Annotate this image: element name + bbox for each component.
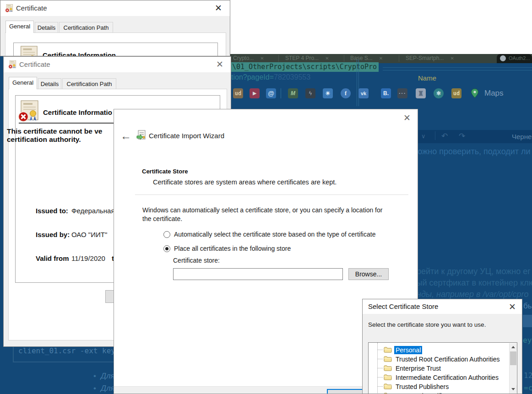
highlight-band [523,315,532,327]
browser-profile-area[interactable]: OAuth2... [497,54,532,63]
folder-icon [384,392,392,394]
tree-item-label[interactable]: Intermediate Certification Authorities [394,373,500,382]
mail-icon[interactable]: @ [266,88,276,98]
undo-icon[interactable]: ↶ [441,131,448,141]
intro-line-2: the certificate. [142,215,382,223]
folder-icon [384,346,392,353]
scroll-down-icon [511,388,515,390]
tree-item-trusted-root[interactable]: Trusted Root Certification Authorities [369,355,506,364]
vk-icon[interactable]: vk [358,88,369,98]
ud-icon[interactable]: ud [233,88,243,98]
tab-certification-path[interactable]: Certification Path [59,22,113,33]
tree-item-label[interactable]: Enterprise Trust [394,364,442,372]
tab-general[interactable]: General [9,77,37,89]
radio-automatic-label[interactable]: Automatically select the certificate sto… [174,231,375,238]
maps-label[interactable]: Maps [484,89,504,98]
tab-label: Details [38,24,56,31]
window-title: Select Certificate Store [368,302,438,310]
back-arrow-icon[interactable]: ← [120,130,131,142]
tree-item-label[interactable]: Trusted Root Certification Authorities [394,355,501,363]
close-icon[interactable]: ✕ [216,60,223,69]
plug-icon[interactable]: ϟ [305,88,315,98]
tree-item-trusted-publishers[interactable]: Trusted Publishers [369,382,506,391]
browser-tab-label: SEP-Smartph... [406,55,444,61]
section-description: Certificate stores are system areas wher… [153,178,337,186]
tab-close-icon[interactable]: ✕ [450,56,454,61]
error-line-2: certification authority. [7,135,102,144]
tree-item-untrusted[interactable]: Untrusted Certificates [369,391,506,394]
maps-pin-icon[interactable] [470,88,480,98]
tab-label: Details [41,81,59,87]
tab-details[interactable]: Details [38,78,61,89]
intro-line-1: Windows can automatically select a certi… [142,206,382,215]
certificate-error-text: This certificate cannot be ve certificat… [7,127,102,144]
error-line-1: This certificate cannot be ve [7,127,102,135]
close-icon[interactable]: ✕ [215,4,222,12]
radio-place-all-label[interactable]: Place all certificates in the following … [174,245,291,252]
titlebar[interactable]: Certificate ✕ [0,0,230,16]
terminal-icon[interactable]: ··· [397,88,407,98]
tree-item-label[interactable]: Personal [394,346,422,354]
titlebar[interactable]: Certificate ✕ [4,57,231,72]
url-fragment-text: tion?pageId= [231,73,274,81]
tree-line [378,386,383,387]
tab-details[interactable]: Details [35,22,58,33]
page-url-fragment: tion?pageId=782039553 [231,73,310,81]
radio-place-all-store[interactable] [163,245,170,252]
browser-tab[interactable]: Crypto...✕ [233,55,264,61]
scrollbar-thumb[interactable] [510,351,516,365]
tab-general[interactable]: General [5,21,34,33]
tree-item-label[interactable]: Trusted Publishers [394,383,450,391]
certificate-info-heading: Certificate Information [43,51,116,56]
browser-tab[interactable]: SEP-Smartph...✕ [406,55,454,61]
tab-certification-path[interactable]: Certification Path [62,78,116,89]
scroll-up-button[interactable] [510,343,517,351]
paw-icon[interactable]: ✱ [434,88,444,98]
close-icon[interactable]: ✕ [403,113,411,122]
close-icon[interactable]: ✕ [509,302,516,311]
valid-from-label: Valid from [36,254,69,262]
titlebar[interactable]: Select Certificate Store ✕ [363,299,522,314]
divider [135,194,408,195]
facebook-icon[interactable]: f [341,88,351,98]
tree-item-intermediate[interactable]: Intermediate Certification Authorities [369,373,506,382]
edge-text: бы [523,302,532,311]
tower-icon[interactable]: ♜ [416,88,426,98]
table-header-name: Name [418,74,436,82]
browser-tab[interactable]: STEP 4 Pro...✕ [285,55,329,61]
tab-label: Certification Path [64,24,109,31]
browser-tab-bar: Crypto...✕ STEP 4 Pro...✕ Base S...✕ SEP… [230,54,532,63]
bullet-text: Для [101,384,115,393]
redo-icon[interactable]: ↷ [459,131,465,141]
issued-by-label: Issued by: [36,231,70,238]
folder-icon [384,383,392,389]
tab-close-icon[interactable]: ✕ [325,56,329,61]
bookmarks-bar: ud ▶ @ M ϟ ☀ f vk B. ··· ♜ ✱ ud Maps [231,88,532,99]
tree-item-enterprise-trust[interactable]: Enterprise Trust [369,364,506,373]
window-title: Certificate [16,4,47,12]
tab-close-icon[interactable]: ✕ [379,56,383,61]
radio-automatic-store[interactable] [163,231,170,238]
tab-close-icon[interactable]: ✕ [260,56,264,61]
page-text-line: анды, например в /var/opt/cpro [412,290,529,299]
scrollbar[interactable] [509,343,516,394]
ud2-icon[interactable]: ud [451,88,461,98]
tree-item-label[interactable]: Untrusted Certificates [394,392,459,394]
scroll-down-button[interactable] [510,385,517,393]
tree-item-personal[interactable]: Personal [369,345,506,355]
sun-icon[interactable]: ☀ [323,88,333,98]
certificate-store-tree[interactable]: Personal Trusted Root Certification Auth… [368,342,517,394]
youtube-icon[interactable]: ▶ [250,88,260,98]
bitrix-icon[interactable]: B. [381,88,391,98]
chevron-down-icon[interactable]: ∨ [421,133,426,140]
browser-tab[interactable]: Base S...✕ [350,55,383,61]
browse-button[interactable]: Browse... [348,268,389,280]
select-store-prompt: Select the certificate store you want to… [368,321,486,328]
certificate-store-input[interactable] [173,268,343,280]
edge-text: 12 [524,371,532,380]
avatar [500,55,506,61]
metro-icon[interactable]: M [288,88,298,98]
folder-icon [384,356,392,362]
intro-paragraph: Windows can automatically select a certi… [142,206,382,223]
edge-text: =c [524,383,532,392]
